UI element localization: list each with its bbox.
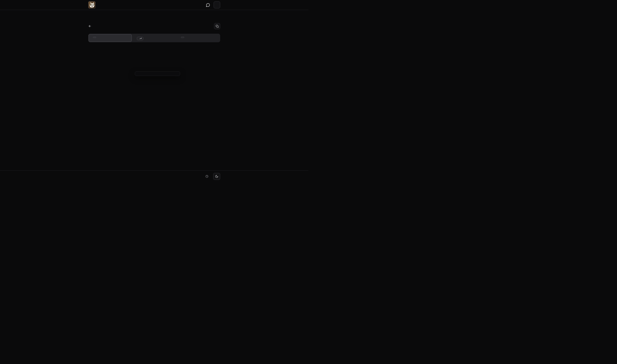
stat-card-uptime[interactable] [177,34,220,42]
moon-icon [215,175,218,178]
back-button[interactable] [88,25,93,28]
top-nav [0,0,308,10]
region-badge [137,37,143,40]
y-axis-labels [208,51,220,93]
chart-tooltip [135,71,180,76]
clock-icon [206,175,208,178]
stats-panel [88,34,220,42]
copy-link-button[interactable] [214,23,220,29]
quantile-badge [93,37,96,38]
stat-card-global-latency[interactable] [89,34,132,42]
theme-toggle-button[interactable] [213,173,220,180]
cat-avatar-image [88,1,95,8]
timezone [206,175,210,178]
checks-badge [181,37,184,38]
feedback-chat-icon[interactable] [206,2,210,7]
stat-card-region-latency[interactable] [132,34,176,42]
latency-chart[interactable] [88,51,208,93]
get-updates-button[interactable] [214,1,220,8]
arrow-left-icon [88,25,92,28]
copy-icon [216,25,219,28]
trending-up-icon [140,37,142,39]
footer [0,170,308,182]
status-page-avatar[interactable] [88,1,96,9]
